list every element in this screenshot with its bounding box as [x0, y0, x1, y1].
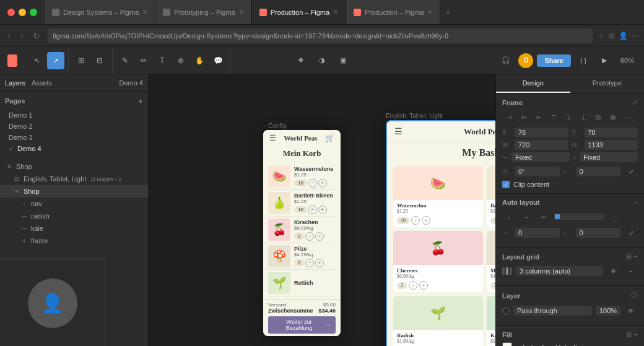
reload-button[interactable]: ↻	[30, 31, 43, 41]
grid-cell-7[interactable]	[588, 214, 593, 219]
demo-label[interactable]: Demo 4	[119, 79, 143, 87]
frame-tool[interactable]: ⊞	[72, 52, 90, 69]
browser-tab-1[interactable]: Design Systems – Figma ✕	[45, 0, 155, 24]
extensions-icon[interactable]: ⊞	[609, 32, 615, 40]
right-tab-prototype[interactable]: Prototype	[570, 74, 645, 93]
fill-settings-icon[interactable]: ⊞	[626, 331, 632, 339]
share-button[interactable]: Share	[537, 54, 571, 67]
layer-info-btn[interactable]: ⓘ	[631, 291, 638, 300]
align-top-btn[interactable]: ⊤	[547, 110, 560, 124]
increment-1[interactable]: +	[422, 216, 430, 225]
browser-tab-4[interactable]: Production – Figma ✕	[346, 0, 440, 24]
forward-button[interactable]: ›	[18, 31, 26, 41]
rotation-value[interactable]: 0°	[515, 167, 560, 176]
comment-tool[interactable]: 💬	[209, 52, 227, 69]
back-button[interactable]: ‹	[5, 31, 13, 41]
german-increment-3[interactable]: +	[315, 232, 324, 241]
german-decrement-1[interactable]: −	[308, 179, 317, 188]
layout-grid-settings-icon[interactable]: ⊞	[626, 253, 632, 261]
layer-kale[interactable]: — kale	[0, 222, 148, 235]
code-view-btn[interactable]: { }	[575, 52, 592, 69]
gap-h-value[interactable]: 0	[515, 228, 560, 238]
gap-expand-btn[interactable]: ⤢	[624, 226, 638, 240]
page-item-demo1[interactable]: Demo 1	[5, 110, 143, 121]
grid-cell-5[interactable]	[577, 214, 582, 219]
gap-v-value[interactable]: 0	[576, 228, 621, 238]
x-value[interactable]: 78	[515, 128, 568, 137]
page-item-demo4[interactable]: ✓ Demo 4	[5, 143, 143, 154]
wrap-btn[interactable]: ↩	[537, 210, 550, 223]
corner-value[interactable]: 0	[576, 167, 621, 176]
browser-tab-3[interactable]: Production – Figma ✕	[252, 0, 346, 24]
direction-right-btn[interactable]: →	[520, 210, 533, 223]
align-right-btn[interactable]: ⊢	[532, 110, 546, 124]
clip-checkbox[interactable]: ✓	[502, 181, 510, 188]
german-increment-2[interactable]: +	[318, 205, 327, 214]
tab-close-3[interactable]: ✕	[333, 9, 338, 15]
grid-cell-1[interactable]	[555, 214, 560, 219]
layer-english-tablet[interactable]: ⊡ English, Tablet, Light ⊡ English + 2	[0, 173, 148, 185]
layer-shop-root[interactable]: ≡ Shop	[0, 160, 148, 173]
layer-nav[interactable]: ◦ nav	[0, 197, 148, 210]
close-btn[interactable]	[7, 9, 15, 16]
opacity-value[interactable]: 100%	[596, 306, 620, 316]
zoom-control[interactable]: 60%	[617, 57, 638, 64]
minimize-btn[interactable]	[19, 9, 26, 16]
headphones-icon[interactable]: 🎧	[497, 52, 515, 69]
new-tab-button[interactable]: +	[440, 7, 455, 17]
layout-grid-add-btn[interactable]: +	[634, 253, 638, 261]
layer-shop-inner[interactable]: ≡ Shop	[0, 185, 148, 197]
canvas[interactable]: ·· Config ☰ World Peas 🛒 Mein Korb 🍉 Was…	[149, 74, 495, 346]
text-tool[interactable]: T	[154, 52, 171, 69]
layout-grid-remove-btn[interactable]: −	[624, 264, 638, 278]
w-value[interactable]: 720	[515, 140, 568, 150]
german-checkout-button[interactable]: Weiter zur Bezahlung →	[268, 316, 336, 334]
remove-auto-layout-btn[interactable]: −	[634, 199, 638, 206]
grid-cell-6[interactable]	[583, 214, 588, 219]
fixed-w-value[interactable]: Fixed	[511, 152, 570, 162]
tab-close-2[interactable]: ✕	[239, 9, 244, 15]
theme-btn[interactable]: ◑	[314, 54, 330, 67]
fixed-h-value[interactable]: Fixed	[580, 152, 638, 162]
hand-tool[interactable]: ✋	[191, 52, 208, 69]
expand-icon[interactable]: ⤢	[632, 98, 638, 106]
align-bottom-btn[interactable]: ⊥	[577, 110, 590, 124]
german-decrement-3[interactable]: −	[305, 232, 314, 241]
german-decrement-2[interactable]: −	[308, 205, 317, 214]
bookmark-icon[interactable]: ☆	[598, 32, 605, 40]
align-center-h-btn[interactable]: ⊢	[517, 110, 531, 124]
german-decrement-4[interactable]: −	[305, 259, 314, 267]
profile-icon[interactable]: 👤	[619, 32, 628, 40]
fill-remove-btn[interactable]: −	[634, 344, 638, 346]
y-value[interactable]: 70	[585, 128, 638, 137]
grid-cell-8[interactable]	[594, 214, 599, 219]
h-value[interactable]: 1133	[585, 140, 638, 150]
tab-close-4[interactable]: ✕	[427, 9, 432, 15]
add-page-btn[interactable]: +	[138, 96, 143, 106]
decrement-3[interactable]: −	[409, 281, 417, 290]
english-menu-icon[interactable]: ☰	[394, 126, 402, 137]
grid-cell-2[interactable]	[560, 214, 565, 219]
scale-tool[interactable]: ↗	[47, 52, 64, 69]
pencil-tool[interactable]: ✏	[135, 52, 152, 69]
grid-cell-3[interactable]	[566, 214, 571, 219]
german-increment-1[interactable]: +	[318, 179, 327, 188]
increment-3[interactable]: +	[419, 281, 428, 290]
tab-layers[interactable]: Layers	[5, 78, 25, 88]
layer-footer[interactable]: ≡ footer	[0, 235, 148, 247]
layout-grid-visibility-btn[interactable]: 👁	[607, 264, 620, 278]
fill-add-btn[interactable]: +	[634, 331, 638, 339]
avatar[interactable]: O	[518, 53, 533, 68]
fill-color-swatch[interactable]	[502, 342, 512, 346]
german-increment-4[interactable]: +	[315, 259, 324, 267]
blend-value[interactable]: Pass through	[513, 306, 592, 316]
layer-radish[interactable]: — radish	[0, 210, 148, 222]
more-icon[interactable]: ⋯	[632, 32, 639, 40]
align-center-v-btn[interactable]: ⊥	[562, 110, 575, 124]
grid-cell-4[interactable]	[572, 214, 577, 219]
distribute-h-btn[interactable]: ⊟	[591, 110, 605, 124]
page-item-demo2[interactable]: Demo 2	[5, 121, 143, 132]
page-item-demo3[interactable]: Demo 3	[5, 132, 143, 143]
layout-grid-value[interactable]: 3 columns (auto)	[516, 266, 603, 276]
pen-tool[interactable]: ✎	[116, 52, 134, 69]
